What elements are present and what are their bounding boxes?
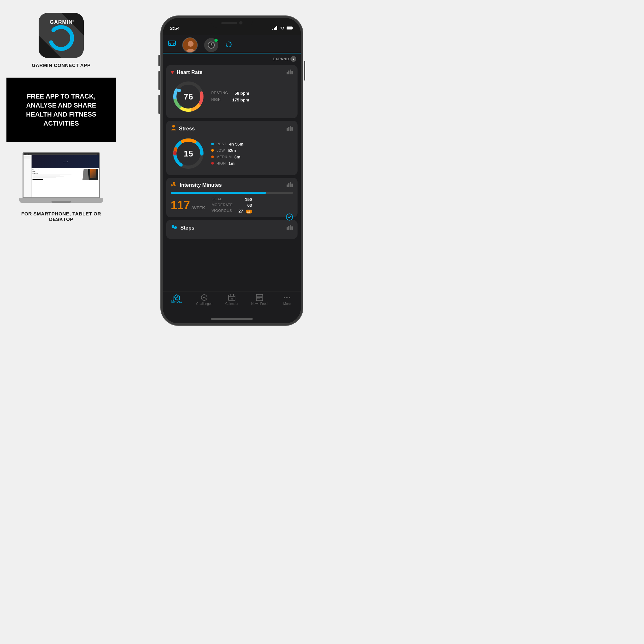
nav-calendar[interactable]: 31 Calendar	[222, 294, 241, 306]
steps-chart-icon[interactable]	[287, 225, 293, 231]
resting-value: 58 bpm	[234, 91, 249, 96]
intensity-icon	[171, 182, 177, 189]
watch-icon[interactable]	[204, 38, 218, 52]
stress-medium-value: 3m	[234, 155, 241, 159]
phone-frame: 3:54	[161, 16, 303, 325]
app-header	[163, 35, 301, 53]
wifi-icon	[280, 26, 285, 30]
header-icons	[168, 37, 232, 53]
svg-rect-53	[288, 183, 289, 187]
svg-rect-39	[291, 127, 293, 131]
phone-volume-up-button	[158, 71, 160, 90]
svg-rect-38	[290, 126, 291, 131]
steps-card-header: Steps	[171, 224, 293, 232]
check-icon	[286, 213, 293, 222]
right-panel: 3:54	[122, 0, 341, 341]
svg-rect-52	[287, 185, 288, 187]
user-avatar[interactable]	[182, 37, 198, 53]
heart-rate-title-row: ♥ Heart Rate	[171, 69, 203, 76]
heart-rate-resting-row: RESTING 58 bpm	[211, 91, 249, 96]
svg-rect-24	[287, 72, 288, 74]
news-feed-label: News Feed	[251, 302, 268, 306]
speaker-grille	[221, 22, 237, 24]
nav-my-day[interactable]: My Day	[167, 294, 186, 303]
heart-rate-chart-icon[interactable]	[287, 69, 293, 76]
status-time: 3:54	[170, 25, 180, 31]
heart-rate-card: ♥ Heart Rate	[166, 65, 298, 118]
stress-low-value: 52m	[228, 148, 236, 153]
intensity-progress-fill	[171, 192, 266, 194]
phone-power-button	[304, 61, 305, 81]
intensity-moderate-row: MODERATE 63	[212, 203, 252, 208]
svg-rect-37	[288, 127, 289, 131]
expand-label: EXPAND	[273, 57, 289, 61]
watch-connected-dot	[214, 39, 218, 42]
stress-high-label: HIGH	[216, 161, 226, 165]
stress-rest-row: REST 4h 56m	[211, 142, 243, 147]
garmin-app-icon: GARMIN ®	[39, 13, 84, 58]
svg-point-5	[52, 27, 56, 31]
challenges-label: Challenges	[196, 302, 212, 306]
intensity-card-header: Intensity Minutes	[171, 182, 293, 189]
steps-title-row: Steps	[171, 224, 194, 232]
intensity-vigorous-row: VIGOROUS 27 x2	[212, 209, 252, 213]
inbox-icon[interactable]	[168, 41, 176, 50]
intensity-card: Intensity Minutes	[166, 178, 298, 217]
calendar-label: Calendar	[225, 302, 239, 306]
intensity-stats: GOAL 150 MODERATE 63 VIGOROUS	[212, 197, 252, 213]
svg-marker-23	[226, 43, 227, 44]
app-title: GARMIN CONNECT APP	[32, 62, 91, 68]
nav-more[interactable]: More	[277, 294, 297, 306]
home-indicator	[163, 314, 301, 323]
svg-rect-10	[275, 27, 276, 30]
intensity-chart-icon[interactable]	[287, 182, 293, 188]
heart-rate-value: 76	[184, 92, 193, 102]
hr-high-label: HIGH	[211, 98, 221, 102]
svg-text:®: ®	[72, 20, 74, 23]
svg-rect-59	[287, 227, 288, 230]
intensity-vigorous-label: VIGOROUS	[212, 209, 232, 213]
stress-title: Stress	[179, 126, 195, 132]
phone-notch	[211, 18, 253, 28]
intensity-number-group: 117 /WEEK	[171, 199, 205, 212]
intensity-title-row: Intensity Minutes	[171, 182, 222, 189]
bottom-nav: My Day Challenges	[163, 291, 301, 314]
expand-button[interactable]: EXPAND ▾	[166, 55, 298, 62]
challenges-icon	[201, 294, 208, 301]
intensity-vigorous-value: 27 x2	[238, 209, 252, 213]
low-dot	[211, 149, 214, 152]
stress-value: 15	[184, 149, 193, 159]
high-dot	[211, 162, 214, 165]
more-icon	[283, 294, 290, 301]
stress-medium-label: MEDIUM	[216, 155, 232, 159]
stress-high-value: 1m	[229, 161, 235, 166]
stress-person-icon	[171, 125, 176, 133]
nav-news-feed[interactable]: News Feed	[250, 294, 269, 306]
intensity-unit: /WEEK	[192, 205, 205, 210]
intensity-big-number: 117	[171, 199, 190, 212]
refresh-icon[interactable]	[225, 41, 232, 50]
heart-rate-title: Heart Rate	[177, 70, 203, 75]
stress-rest-value: 4h 56m	[229, 142, 243, 147]
svg-rect-26	[290, 70, 291, 74]
stress-chart-icon[interactable]	[287, 126, 293, 132]
svg-point-17	[188, 41, 194, 47]
stress-card: Stress	[166, 121, 298, 175]
svg-rect-9	[274, 28, 275, 30]
stress-rest-label: REST	[216, 142, 226, 146]
laptop-base	[19, 198, 103, 203]
intensity-goal-value: 150	[245, 197, 252, 202]
heart-rate-card-header: ♥ Heart Rate	[171, 69, 293, 76]
phone-volume-down-button	[158, 95, 160, 114]
nav-challenges[interactable]: Challenges	[194, 294, 214, 306]
promo-section: FREE APP TO TRACK, ANALYSE AND SHARE HEA…	[6, 78, 116, 142]
stress-low-row: LOW 52m	[211, 148, 243, 153]
stress-medium-row: MEDIUM 3m	[211, 155, 243, 159]
intensity-goal-label: GOAL	[212, 197, 222, 202]
vigorous-badge: x2	[246, 210, 252, 213]
my-day-check	[174, 296, 179, 299]
steps-title: Steps	[180, 225, 194, 231]
svg-point-45	[173, 182, 175, 184]
stress-stats: REST 4h 56m LOW 52m ME	[211, 142, 243, 166]
phone-container: 3:54	[161, 16, 303, 325]
